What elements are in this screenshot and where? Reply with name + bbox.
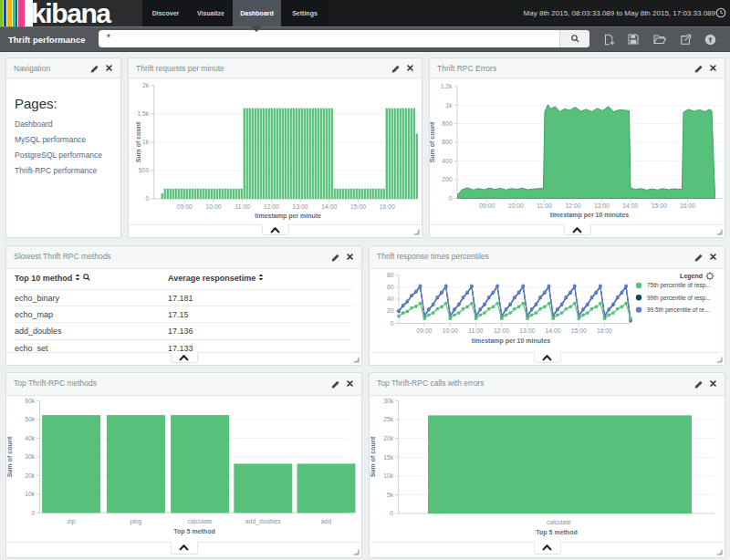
svg-text:1.2k: 1.2k [441, 83, 453, 89]
svg-text:800: 800 [442, 120, 453, 127]
svg-text:14:00: 14:00 [622, 202, 638, 209]
svg-text:ping: ping [130, 518, 141, 525]
svg-text:09:00: 09:00 [479, 202, 495, 209]
svg-text:09:00: 09:00 [177, 203, 193, 210]
svg-text:14:00: 14:00 [545, 327, 560, 334]
svg-text:600: 600 [442, 139, 453, 145]
svg-text:40k: 40k [25, 435, 36, 441]
svg-text:1.5k: 1.5k [137, 110, 149, 117]
svg-text:16:00: 16:00 [597, 327, 612, 334]
svg-text:30k: 30k [383, 398, 394, 404]
svg-text:11:00: 11:00 [537, 202, 552, 209]
svg-text:10:00: 10:00 [443, 327, 458, 334]
svg-text:99.5th percentile of re...: 99.5th percentile of re... [647, 306, 709, 314]
svg-text:500: 500 [139, 167, 150, 173]
svg-text:Top 5 method: Top 5 method [173, 528, 214, 535]
svg-text:16:00: 16:00 [680, 202, 695, 209]
svg-text:timestamp per 10 minutes: timestamp per 10 minutes [550, 212, 629, 219]
svg-text:10:00: 10:00 [205, 203, 221, 210]
svg-text:60k: 60k [25, 398, 36, 404]
svg-text:Sum of count: Sum of count [6, 436, 13, 477]
svg-text:13:00: 13:00 [519, 327, 535, 334]
svg-text:20: 20 [387, 307, 394, 314]
svg-text:20k: 20k [383, 435, 394, 441]
svg-text:0: 0 [31, 510, 35, 516]
svg-text:30k: 30k [25, 453, 36, 460]
svg-text:Sum of count: Sum of count [370, 436, 376, 477]
svg-text:15:00: 15:00 [652, 202, 667, 209]
svg-text:13:00: 13:00 [293, 203, 308, 210]
svg-text:11:00: 11:00 [468, 327, 484, 334]
svg-text:0: 0 [390, 510, 393, 516]
svg-text:1k: 1k [142, 139, 150, 145]
svg-text:40: 40 [387, 296, 394, 302]
svg-text:0: 0 [449, 195, 453, 202]
svg-text:12:00: 12:00 [264, 203, 279, 210]
svg-text:400: 400 [442, 158, 453, 164]
svg-text:200: 200 [442, 176, 453, 182]
svg-text:add_doubles: add_doubles [245, 518, 282, 525]
svg-text:99th percentile of resp...: 99th percentile of resp... [647, 295, 711, 302]
svg-text:10k: 10k [25, 491, 36, 497]
svg-text:75th percentile of resp...: 75th percentile of resp... [647, 282, 711, 289]
svg-text:16:00: 16:00 [380, 203, 395, 210]
svg-text:5k: 5k [387, 492, 394, 498]
svg-text:50k: 50k [25, 416, 36, 422]
svg-text:15:00: 15:00 [350, 203, 366, 210]
svg-text:09:00: 09:00 [416, 327, 432, 334]
svg-text:11:00: 11:00 [235, 203, 250, 210]
svg-text:14:00: 14:00 [321, 203, 337, 210]
svg-text:0: 0 [145, 195, 149, 202]
svg-text:25k: 25k [383, 416, 394, 422]
svg-text:timestamp per 10 minutes: timestamp per 10 minutes [472, 337, 550, 345]
svg-text:20k: 20k [25, 472, 36, 479]
svg-text:10:00: 10:00 [508, 202, 524, 209]
svg-text:1k: 1k [445, 102, 453, 109]
svg-text:12:00: 12:00 [494, 327, 509, 334]
svg-text:60: 60 [387, 284, 394, 290]
svg-text:Legend: Legend [680, 273, 703, 280]
svg-text:Sum of count: Sum of count [430, 121, 435, 162]
svg-text:2k: 2k [142, 82, 150, 88]
svg-text:zip: zip [68, 518, 76, 525]
svg-text:calculate: calculate [547, 519, 571, 525]
svg-text:0: 0 [391, 320, 394, 327]
svg-text:13:00: 13:00 [594, 202, 610, 209]
svg-text:Top 5 method: Top 5 method [536, 529, 577, 536]
svg-text:12:00: 12:00 [565, 202, 580, 209]
svg-text:15:00: 15:00 [571, 327, 587, 334]
svg-text:timestamp per minute: timestamp per minute [255, 213, 321, 220]
svg-text:add: add [321, 518, 332, 524]
svg-text:15k: 15k [383, 454, 394, 461]
svg-text:80: 80 [387, 272, 394, 278]
svg-text:Sum of count: Sum of count [135, 121, 141, 162]
svg-text:10k: 10k [383, 472, 394, 479]
svg-text:calculate: calculate [188, 518, 213, 524]
